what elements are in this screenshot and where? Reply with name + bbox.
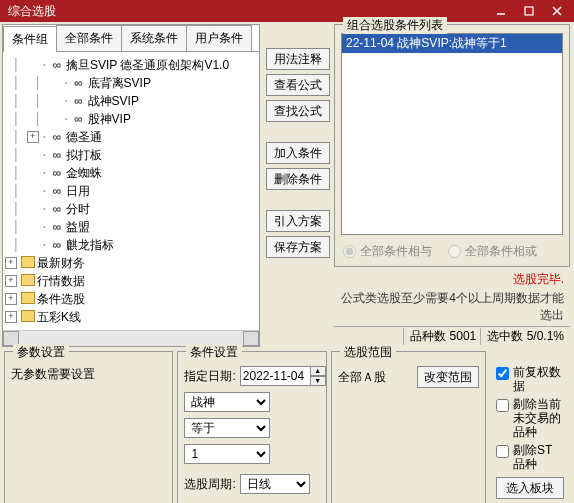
tab-user[interactable]: 用户条件 [186, 25, 252, 51]
scope-label: 全部Ａ股 [338, 369, 413, 386]
tree-label: 分时 [66, 201, 90, 218]
status-done: 选股完毕. [334, 271, 570, 290]
link-icon: ∞ [72, 76, 86, 90]
condition-listbox[interactable]: 22-11-04 战神SVIP:战神等于1 [341, 33, 563, 235]
forward-adjust-checkbox[interactable] [496, 367, 509, 380]
tree-item[interactable]: +条件选股 [5, 290, 257, 308]
link-icon: ∞ [50, 130, 64, 144]
tree-item[interactable]: │ │ ·∞底背离SVIP [5, 74, 257, 92]
params-fieldset: 参数设置 无参数需要设置 [4, 351, 173, 503]
tree-item[interactable]: │ ·∞拟打板 [5, 146, 257, 164]
action-button-column: 用法注释 查看公式 查找公式 加入条件 删除条件 引入方案 保存方案 [262, 22, 334, 349]
link-icon: ∞ [50, 184, 64, 198]
count-bar: 品种数 5001 选中数 5/0.1% [334, 326, 570, 346]
status-note: 公式类选股至少需要4个以上周期数据才能选出 [334, 290, 570, 326]
tree-item[interactable]: │ ·∞擒旦SVIP 德圣通原创架构V1.0 [5, 56, 257, 74]
params-empty-text: 无参数需要设置 [11, 366, 166, 383]
save-plan-button[interactable]: 保存方案 [266, 236, 330, 258]
tree-item[interactable]: │ ·∞益盟 [5, 218, 257, 236]
combo-condition-list-group: 组合选股条件列表 22-11-04 战神SVIP:战神等于1 全部条件相与 全部… [334, 24, 570, 267]
tab-bar: 条件组 全部条件 系统条件 用户条件 [3, 25, 259, 52]
tree-label: 底背离SVIP [88, 75, 151, 92]
minimize-button[interactable] [488, 2, 514, 20]
scope-fieldset: 选股范围 全部Ａ股 改变范围 [331, 351, 486, 503]
tree-label: 德圣通 [66, 129, 102, 146]
delete-condition-button[interactable]: 删除条件 [266, 168, 330, 190]
exclude-nontrade-checkbox[interactable] [496, 399, 509, 412]
tree-label: 战神SVIP [88, 93, 139, 110]
folder-icon [21, 310, 35, 325]
folder-icon [21, 292, 35, 307]
link-icon: ∞ [50, 202, 64, 216]
titlebar: 综合选股 [0, 0, 574, 22]
expand-toggle[interactable]: + [5, 293, 17, 305]
tree-panel: 条件组 全部条件 系统条件 用户条件 │ ·∞擒旦SVIP 德圣通原创架构V1.… [2, 24, 260, 347]
radio-and[interactable]: 全部条件相与 [343, 243, 432, 260]
select-into-board-button[interactable]: 选入板块 [496, 477, 564, 499]
tree-item[interactable]: │ │ ·∞股神VIP [5, 110, 257, 128]
field-select[interactable]: 战神 [184, 392, 270, 412]
tree-label: 最新财务 [37, 255, 85, 272]
link-icon: ∞ [50, 220, 64, 234]
tree-item[interactable]: │ ·∞日用 [5, 182, 257, 200]
tree-item[interactable]: │ +·∞德圣通 [5, 128, 257, 146]
link-icon: ∞ [72, 112, 86, 126]
radio-or[interactable]: 全部条件相或 [448, 243, 537, 260]
folder-icon [21, 256, 35, 271]
tree-label: 行情数据 [37, 273, 85, 290]
change-scope-button[interactable]: 改变范围 [417, 366, 479, 388]
exclude-st-checkbox[interactable] [496, 445, 509, 458]
expand-toggle[interactable]: + [5, 257, 17, 269]
condition-tree[interactable]: │ ·∞擒旦SVIP 德圣通原创架构V1.0 │ │ ·∞底背离SVIP │ │… [3, 52, 259, 330]
list-item[interactable]: 22-11-04 战神SVIP:战神等于1 [342, 34, 562, 53]
link-icon: ∞ [50, 238, 64, 252]
usage-button[interactable]: 用法注释 [266, 48, 330, 70]
expand-toggle[interactable]: + [5, 275, 17, 287]
combo-legend: 组合选股条件列表 [343, 17, 447, 34]
period-label: 选股周期: [184, 476, 235, 493]
tree-item[interactable]: │ │ ·∞战神SVIP [5, 92, 257, 110]
value-select[interactable]: 1 [184, 444, 270, 464]
options-column: 前复权数据 剔除当前未交易的品种 剔除ST品种 选入板块 执行选股 [490, 351, 570, 503]
tree-item[interactable]: +五彩K线 [5, 308, 257, 326]
add-condition-button[interactable]: 加入条件 [266, 142, 330, 164]
link-icon: ∞ [50, 58, 64, 72]
view-formula-button[interactable]: 查看公式 [266, 74, 330, 96]
date-input[interactable] [240, 366, 310, 386]
link-icon: ∞ [50, 148, 64, 162]
link-icon: ∞ [50, 166, 64, 180]
date-label: 指定日期: [184, 368, 235, 385]
maximize-button[interactable] [516, 2, 542, 20]
window-title: 综合选股 [8, 3, 56, 20]
spin-up[interactable]: ▲ [310, 366, 326, 376]
expand-toggle[interactable]: + [5, 311, 17, 323]
tree-item[interactable]: │ ·∞分时 [5, 200, 257, 218]
tree-label: 金蜘蛛 [66, 165, 102, 182]
condition-fieldset: 条件设置 指定日期: ▲▼ 战神 等于 1 选股周期: 日线 [177, 351, 327, 503]
tree-label: 擒旦SVIP 德圣通原创架构V1.0 [66, 57, 229, 74]
scroll-right-button[interactable] [243, 331, 259, 346]
tree-item[interactable]: │ ·∞金蜘蛛 [5, 164, 257, 182]
tree-label: 麒龙指标 [66, 237, 114, 254]
link-icon: ∞ [72, 94, 86, 108]
import-plan-button[interactable]: 引入方案 [266, 210, 330, 232]
find-formula-button[interactable]: 查找公式 [266, 100, 330, 122]
tree-label: 五彩K线 [37, 309, 81, 326]
folder-icon [21, 274, 35, 289]
tab-system[interactable]: 系统条件 [121, 25, 187, 51]
op-select[interactable]: 等于 [184, 418, 270, 438]
tree-label: 条件选股 [37, 291, 85, 308]
svg-rect-1 [525, 7, 533, 15]
tree-item[interactable]: │ ·∞麒龙指标 [5, 236, 257, 254]
tree-item[interactable]: +最新财务 [5, 254, 257, 272]
tab-all[interactable]: 全部条件 [56, 25, 122, 51]
tab-group[interactable]: 条件组 [3, 26, 57, 52]
expand-toggle[interactable]: + [27, 131, 39, 143]
tree-item[interactable]: +行情数据 [5, 272, 257, 290]
close-button[interactable] [544, 2, 570, 20]
period-select[interactable]: 日线 [240, 474, 310, 494]
tree-label: 拟打板 [66, 147, 102, 164]
tree-label: 益盟 [66, 219, 90, 236]
tree-label: 日用 [66, 183, 90, 200]
spin-down[interactable]: ▼ [310, 376, 326, 386]
